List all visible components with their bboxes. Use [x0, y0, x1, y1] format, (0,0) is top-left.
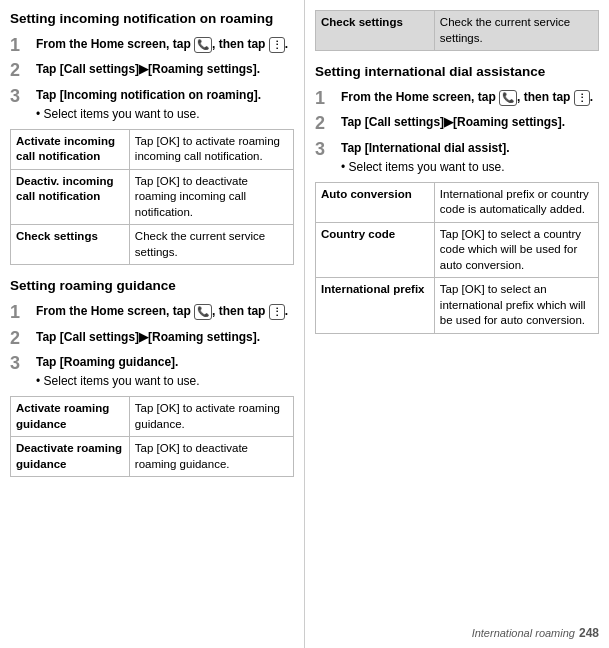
footer-page: 248 [579, 626, 599, 640]
step-1-3-bullet: Select items you want to use. [36, 106, 261, 123]
table-row: Auto conversion International prefix or … [316, 182, 599, 222]
section1-table: Activate incoming call notification Tap … [10, 129, 294, 266]
step-1-2-text: Tap [Call settings]▶[Roaming settings]. [36, 62, 260, 76]
table-cell-value: International prefix or country code is … [434, 182, 598, 222]
table-cell-value: Tap [OK] to select an international pref… [434, 278, 598, 334]
table-cell-value: Check the current service settings. [129, 225, 293, 265]
step-2-2-text: Tap [Call settings]▶[Roaming settings]. [36, 330, 260, 344]
step-2-3-text: Tap [Roaming guidance]. [36, 355, 178, 369]
table-cell-label: Activate incoming call notification [11, 129, 130, 169]
step-1-1-text: From the Home screen, tap 📞, then tap ⋮. [36, 37, 288, 51]
step-1-3-text: Tap [Incoming notification on roaming]. [36, 88, 261, 102]
table-row: Check settings Check the current service… [11, 225, 294, 265]
table-row: International prefix Tap [OK] to select … [316, 278, 599, 334]
table-cell-value: Tap [OK] to activate roaming guidance. [129, 397, 293, 437]
step-2-1: 1 From the Home screen, tap 📞, then tap … [10, 303, 294, 323]
table-cell-label: International prefix [316, 278, 435, 334]
table-row: Deactiv. incoming call notification Tap … [11, 169, 294, 225]
table-row: Activate incoming call notification Tap … [11, 129, 294, 169]
table-cell-label: Check settings [316, 11, 435, 51]
step-r1-3: 3 Tap [International dial assist]. Selec… [315, 140, 599, 176]
section2-title: Setting roaming guidance [10, 277, 294, 295]
step-2-1-text: From the Home screen, tap 📞, then tap ⋮. [36, 304, 288, 318]
step-r1-1: 1 From the Home screen, tap 📞, then tap … [315, 89, 599, 109]
table-cell-value: Tap [OK] to activate roaming incoming ca… [129, 129, 293, 169]
step-r1-2: 2 Tap [Call settings]▶[Roaming settings]… [315, 114, 599, 134]
right-section1-title: Setting international dial assistance [315, 63, 599, 81]
section2-table: Activate roaming guidance Tap [OK] to ac… [10, 396, 294, 477]
step-1-1: 1 From the Home screen, tap 📞, then tap … [10, 36, 294, 56]
step-1-2: 2 Tap [Call settings]▶[Roaming settings]… [10, 61, 294, 81]
table-row-highlight: Check settings Check the current service… [316, 11, 599, 51]
table-cell-value: Tap [OK] to deactivate roaming incoming … [129, 169, 293, 225]
step-2-3: 3 Tap [Roaming guidance]. Select items y… [10, 354, 294, 390]
table-cell-label: Deactivate roaming guidance [11, 437, 130, 477]
table-cell-value: Tap [OK] to select a country code which … [434, 222, 598, 278]
right-column: Check settings Check the current service… [305, 0, 609, 648]
table-cell-label: Country code [316, 222, 435, 278]
table-cell-label: Deactiv. incoming call notification [11, 169, 130, 225]
step-2-2: 2 Tap [Call settings]▶[Roaming settings]… [10, 329, 294, 349]
step-r1-3-text: Tap [International dial assist]. [341, 141, 509, 155]
step-2-3-bullet: Select items you want to use. [36, 373, 200, 390]
table-cell-label: Activate roaming guidance [11, 397, 130, 437]
table-cell-value: Tap [OK] to deactivate roaming guidance. [129, 437, 293, 477]
step-1-3: 3 Tap [Incoming notification on roaming]… [10, 87, 294, 123]
table-row: Country code Tap [OK] to select a countr… [316, 222, 599, 278]
table-cell-label: Auto conversion [316, 182, 435, 222]
table-row: Activate roaming guidance Tap [OK] to ac… [11, 397, 294, 437]
footer-label: International roaming [472, 627, 575, 639]
step-r1-2-text: Tap [Call settings]▶[Roaming settings]. [341, 115, 565, 129]
top-continuation-table: Check settings Check the current service… [315, 10, 599, 51]
left-column: Setting incoming notification on roaming… [0, 0, 305, 648]
right-section1-table: Auto conversion International prefix or … [315, 182, 599, 334]
step-r1-3-bullet: Select items you want to use. [341, 159, 509, 176]
table-cell-value: Check the current service settings. [434, 11, 598, 51]
page-footer: International roaming 248 [472, 626, 599, 640]
section1-title: Setting incoming notification on roaming [10, 10, 294, 28]
step-r1-1-text: From the Home screen, tap 📞, then tap ⋮. [341, 90, 593, 104]
table-row: Deactivate roaming guidance Tap [OK] to … [11, 437, 294, 477]
table-cell-label: Check settings [11, 225, 130, 265]
